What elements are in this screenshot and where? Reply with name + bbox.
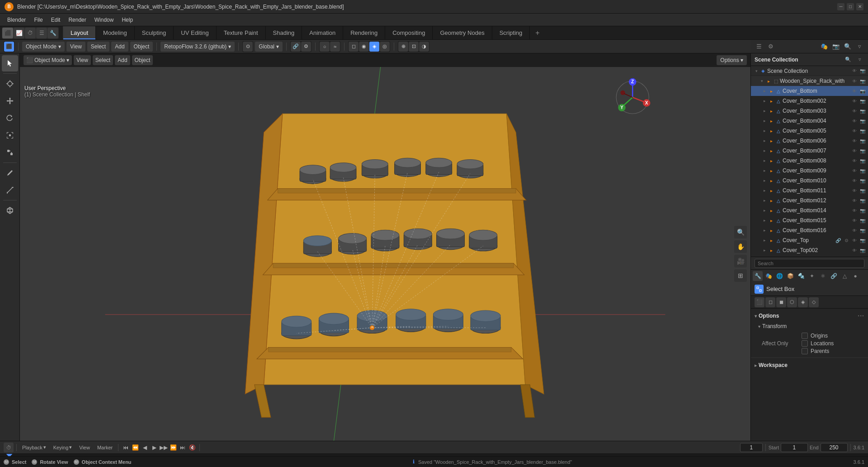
tab-modeling[interactable]: Modeling (96, 26, 135, 39)
jump-end-btn[interactable]: ⏭ (178, 443, 187, 452)
menu-help[interactable]: Help (118, 15, 137, 24)
scene-properties-icon[interactable]: 🎭 (819, 42, 829, 52)
timeline-editor-icon[interactable]: ⏱ (4, 443, 14, 453)
scene-collection-render[interactable]: 📷 (859, 67, 866, 75)
scene-collection-row[interactable]: ▾ ◈ Scene Collection 👁 📷 (751, 66, 868, 76)
select-tool-button[interactable] (2, 55, 18, 71)
scale-tool-button[interactable] (2, 127, 18, 143)
add-workspace-button[interactable]: + (530, 26, 545, 39)
overlay-btn[interactable]: ⊡ (409, 42, 419, 52)
material-btn[interactable]: ◈ (369, 42, 379, 52)
outliner-item-cover-bottom012[interactable]: ▸▸△Cover_Bottom012👁📷 (751, 195, 868, 205)
tab-animation[interactable]: Animation (302, 26, 343, 39)
menu-window[interactable]: Window (91, 15, 118, 24)
jump-prev-keyframe-btn[interactable]: ⏪ (131, 443, 140, 452)
snap-settings[interactable]: ⚙ (301, 42, 311, 52)
wooden-rack-visibility[interactable]: 👁 (851, 77, 858, 85)
tab-texture-paint[interactable]: Texture Paint (217, 26, 266, 39)
viewport-add-btn[interactable]: Add (115, 55, 130, 65)
outliner-search-icon[interactable]: 🔍 (844, 55, 853, 64)
edge-mode-icon[interactable]: ◻ (765, 297, 775, 307)
scene-collection-visibility[interactable]: 👁 (851, 67, 858, 75)
outliner-item-cover-bottom010[interactable]: ▸▸△Cover_Bottom010👁📷 (751, 176, 868, 186)
item-visibility-icon[interactable]: 👁 (851, 157, 858, 164)
wireframe-btn[interactable]: ◻ (349, 42, 359, 52)
item-visibility-icon[interactable]: 👁 (851, 237, 858, 244)
tab-shading[interactable]: Shading (266, 26, 302, 39)
filter-icon-right[interactable]: ▿ (854, 42, 864, 52)
outliner-item-cover-top002[interactable]: ▸▸△Cover_Top002👁📷 (751, 245, 868, 255)
item-visibility-icon[interactable]: 👁 (851, 167, 858, 174)
item-visibility-icon[interactable]: 👁 (851, 217, 858, 224)
item-visibility-icon[interactable]: 👁 (851, 177, 858, 184)
outliner-item-cover-top[interactable]: ▸▸△Cover_Top🔗⚙👁📷 (751, 235, 868, 245)
outliner-item-cover-bottom009[interactable]: ▸▸△Cover_Bottom009👁📷 (751, 166, 868, 176)
tab-scripting[interactable]: Scripting (492, 26, 530, 39)
filter-icon[interactable]: ⚙ (766, 42, 776, 52)
origins-checkbox-row[interactable]: Origins (802, 333, 834, 339)
transform-origin-icon[interactable]: ⊙ (243, 42, 253, 52)
menu-render[interactable]: Render (65, 15, 90, 24)
outliner-item-cover-bottom003[interactable]: ▸▸△Cover_Bottom003👁📷 (751, 106, 868, 116)
item-visibility-icon[interactable]: 👁 (851, 247, 858, 254)
scene-icon[interactable]: 🎭 (764, 271, 774, 281)
item-render-icon[interactable]: 📷 (859, 107, 866, 114)
snap-toggle[interactable]: 🔗 (291, 42, 301, 52)
rendered-btn[interactable]: ◎ (380, 42, 390, 52)
item-visibility-icon[interactable]: 👁 (851, 147, 858, 154)
viewport-pan-icon[interactable]: ✋ (734, 240, 747, 253)
item-render-icon[interactable]: 📷 (859, 157, 866, 164)
outliner-item-cover-bottom004[interactable]: ▸▸△Cover_Bottom004👁📷 (751, 116, 868, 126)
item-render-icon[interactable]: 📷 (859, 87, 866, 95)
outliner-item-cover-bottom005[interactable]: ▸▸△Cover_Bottom005👁📷 (751, 126, 868, 136)
rotate-tool-button[interactable] (2, 110, 18, 126)
item-visibility-icon[interactable]: 👁 (851, 227, 858, 234)
item-render-icon[interactable]: 📷 (859, 127, 866, 134)
item-render-icon[interactable]: 📷 (859, 187, 866, 194)
render-properties-icon[interactable]: 📷 (831, 42, 841, 52)
item-render-icon[interactable]: 📷 (859, 197, 866, 204)
outliner-content[interactable]: ▾ ◈ Scene Collection 👁 📷 ▾ ▸ ⬚ Wooden_Sp… (751, 66, 868, 257)
item-visibility-icon[interactable]: 👁 (851, 187, 858, 194)
layout-icon[interactable]: ⬛ (2, 28, 13, 38)
tab-compositing[interactable]: Compositing (385, 26, 433, 39)
viewport-3d-content[interactable]: User Perspective (1) Scene Collection | … (20, 67, 750, 441)
outliner-icon[interactable]: ☰ (36, 28, 47, 38)
viewport-grid-icon[interactable]: ⊞ (734, 269, 747, 282)
viewport-select-btn[interactable]: Select (93, 55, 113, 65)
transform-section-header[interactable]: ▾ Transform (751, 321, 868, 331)
marker-btn[interactable]: Marker (94, 443, 115, 452)
menu-blender[interactable]: Blender (4, 15, 29, 24)
timeline-icon[interactable]: ⏱ (25, 28, 36, 38)
play-btn[interactable]: ▶ (150, 443, 159, 452)
outliner-filter-icon[interactable]: ▿ (855, 55, 864, 64)
search-icon-right[interactable]: 🔍 (843, 42, 853, 52)
parents-checkbox-row[interactable]: Parents (802, 348, 834, 354)
end-frame-value[interactable]: 250 (821, 443, 848, 452)
viewport-object-btn[interactable]: Object (132, 55, 153, 65)
item-visibility-icon[interactable]: 👁 (851, 87, 858, 95)
face-mode-icon[interactable]: ◼ (776, 297, 786, 307)
start-frame-value[interactable]: 1 (781, 443, 808, 452)
proportional-edit-btn[interactable]: ○ (320, 42, 330, 52)
viewport-mode-btn[interactable]: ⬛ Object Mode ▾ (24, 55, 72, 65)
audio-toggle-btn[interactable]: 🔇 (188, 443, 197, 452)
close-button[interactable]: ✕ (856, 3, 863, 10)
origins-checkbox[interactable] (802, 333, 808, 339)
jump-next-keyframe-btn[interactable]: ⏩ (169, 443, 178, 452)
item-visibility-icon[interactable]: 👁 (851, 107, 858, 114)
item-visibility-icon[interactable]: 👁 (851, 197, 858, 204)
properties-icon[interactable]: 🔧 (47, 28, 58, 38)
list-view-icon[interactable]: ☰ (754, 42, 764, 52)
viewport-zoom-icon[interactable]: 🔍 (734, 226, 747, 238)
graph-editor-icon[interactable]: 📈 (14, 28, 24, 38)
wooden-rack-collection[interactable]: ▾ ▸ ⬚ Wooden_Spice_Rack_with 👁 📷 (751, 76, 868, 86)
modifier-icon[interactable]: 🔩 (796, 271, 806, 281)
seams-mode-icon[interactable]: ◈ (798, 297, 808, 307)
move-tool-button[interactable] (2, 93, 18, 109)
object-icon[interactable]: 📦 (785, 271, 795, 281)
outliner-item-cover-bottom[interactable]: ▸▸△Cover_Bottom👁📷 (751, 86, 868, 96)
maximize-button[interactable]: □ (847, 3, 854, 10)
physics-icon[interactable]: ⚛ (818, 271, 828, 281)
workspace-section-header[interactable]: ▸ Workspace (751, 360, 868, 371)
